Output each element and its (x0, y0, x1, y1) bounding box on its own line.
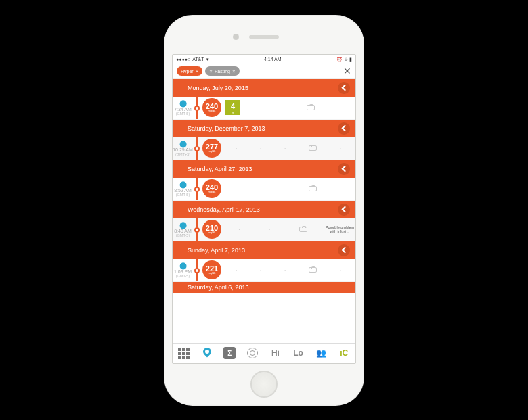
phone-camera-dot (233, 34, 239, 40)
reading-row[interactable]: ⬤ 1:03 PM (GMT-5) 221mg/dL ··· · (173, 259, 355, 282)
day-date: Saturday, April 27, 2013 (188, 166, 252, 172)
remove-filter-icon[interactable]: × (232, 68, 236, 74)
tab-dashboard[interactable] (177, 346, 192, 360)
camera-icon[interactable] (309, 267, 317, 273)
bluetooth-icon: ⎊ (345, 57, 347, 62)
filter-pill-hyper[interactable]: Hyper × (177, 66, 202, 76)
reading-cells: ·· (221, 227, 324, 233)
glucose-value-badge: 210mg/dL (202, 220, 221, 239)
day-date: Wednesday, April 17, 2013 (188, 206, 260, 213)
day-header[interactable]: Sunday, April 7, 2013 (173, 241, 355, 259)
reading-time: ⬤ 7:34 AM (GMT-5) (173, 99, 193, 116)
person-icon: 👥 (316, 349, 326, 357)
day-date: Monday, July 20, 2015 (188, 85, 248, 91)
glucose-value-badge: 221mg/dL (202, 260, 221, 279)
day-header[interactable]: Saturday, April 6, 2013 (173, 282, 355, 293)
location-pin-icon: ⬤ (173, 99, 193, 107)
entries-list[interactable]: Monday, July 20, 2015 ⬤ 7:34 AM (GMT-5) … (173, 79, 355, 343)
day-header[interactable]: Saturday, December 7, 2013 (173, 120, 355, 137)
pin-icon (203, 348, 211, 358)
cutlery-icon: ıC (340, 348, 348, 358)
tab-food[interactable]: ıC (336, 346, 351, 360)
status-bar: ●●●●○ AT&T ▾ 4:14 AM ⏰ ⎊ ▮ (173, 55, 355, 64)
close-filters-icon[interactable]: ✕ (343, 66, 351, 76)
reading-time: ⬤ 1:03 PM (GMT-5) (173, 262, 193, 279)
timeline-track (193, 137, 201, 160)
reading-time: ⬤ 8:52 AM (GMT-5) (173, 181, 193, 197)
tab-log[interactable] (200, 346, 215, 360)
timeline-track (193, 97, 201, 119)
collapse-icon[interactable] (338, 244, 350, 256)
glucose-value-badge: 277mg/dL (202, 139, 221, 158)
remove-filter-icon[interactable]: × (209, 68, 213, 74)
tab-activity[interactable]: 👥 (313, 346, 328, 360)
reading-cells: ·· · (240, 105, 355, 111)
home-button[interactable] (250, 371, 278, 398)
alarm-icon: ⏰ (336, 57, 343, 62)
reading-time: ⬤ 10:29 AM (GMT+5) (173, 140, 193, 157)
remove-filter-icon[interactable]: × (196, 68, 199, 74)
camera-icon[interactable] (307, 105, 315, 110)
tab-lo[interactable]: Lo (291, 346, 306, 360)
reading-cells: ··· · (221, 186, 355, 192)
reading-row[interactable]: ⬤ 10:29 AM (GMT+5) 277mg/dL ··· · (173, 137, 355, 160)
reading-row[interactable]: ⬤ 8:52 AM (GMT-5) 240mg/dL ··· · (173, 178, 355, 201)
timeline-track (193, 259, 201, 281)
filter-bar: Hyper × × Fasting × ✕ (173, 64, 355, 79)
tab-stats[interactable]: Σ (222, 346, 237, 360)
battery-icon: ▮ (349, 57, 352, 62)
location-pin-icon: ⬤ (173, 181, 193, 188)
timeline-track (193, 218, 201, 241)
reading-cells: ··· · (221, 145, 355, 151)
clock: 4:14 AM (264, 57, 282, 62)
grid-icon (178, 348, 190, 359)
collapse-icon[interactable] (338, 204, 350, 216)
reading-note: Possible problem with infusi… (324, 225, 355, 233)
sigma-icon: Σ (223, 347, 236, 359)
glucose-value-badge: 240mg/dL (202, 179, 221, 198)
location-pin-icon: ⬤ (173, 140, 193, 147)
collapse-icon[interactable] (338, 82, 350, 94)
camera-icon[interactable] (309, 186, 317, 191)
camera-icon[interactable] (309, 145, 317, 151)
filter-label: Hyper (181, 69, 194, 74)
day-header[interactable]: Saturday, April 27, 2013 (173, 160, 355, 178)
app-screen: ●●●●○ AT&T ▾ 4:14 AM ⏰ ⎊ ▮ Hyper × × Fas… (172, 54, 356, 364)
carrier-label: AT&T (192, 57, 204, 62)
location-pin-icon: ⬤ (173, 262, 193, 269)
tab-target[interactable] (245, 346, 260, 360)
phone-frame: ●●●●○ AT&T ▾ 4:14 AM ⏰ ⎊ ▮ Hyper × × Fas… (164, 15, 364, 406)
day-header[interactable]: Wednesday, April 17, 2013 (173, 201, 355, 218)
day-date: Sunday, April 7, 2013 (188, 247, 245, 254)
reading-row[interactable]: ⬤ 8:43 AM (GMT-5) 210mg/dL ·· Possible p… (173, 218, 355, 241)
collapse-icon[interactable] (338, 122, 350, 135)
collapse-icon[interactable] (338, 163, 350, 175)
phone-speaker (249, 35, 279, 39)
day-header[interactable]: Monday, July 20, 2015 (173, 79, 355, 97)
reading-row[interactable]: ⬤ 7:34 AM (GMT-5) 240mg/dL 4g ·· · (173, 97, 355, 120)
day-date: Saturday, April 6, 2013 (188, 284, 248, 291)
reading-time: ⬤ 8:43 AM (GMT-5) (173, 221, 193, 238)
signal-dots: ●●●●○ (176, 57, 190, 62)
tab-hi[interactable]: Hi (268, 346, 283, 360)
location-pin-icon: ⬤ (173, 221, 193, 229)
day-date: Saturday, December 7, 2013 (188, 125, 265, 132)
target-icon (247, 348, 258, 358)
filter-label: Fasting (215, 69, 230, 74)
filter-pill-fasting[interactable]: × Fasting × (205, 66, 239, 76)
carb-value-badge: 4g (225, 100, 240, 115)
timeline-track (193, 178, 201, 200)
tab-bar: Σ Hi Lo 👥 ıC (173, 343, 355, 363)
wifi-icon: ▾ (206, 57, 209, 62)
camera-icon[interactable] (299, 227, 307, 232)
reading-cells: ··· · (221, 267, 355, 273)
glucose-value-badge: 240mg/dL (202, 98, 221, 117)
